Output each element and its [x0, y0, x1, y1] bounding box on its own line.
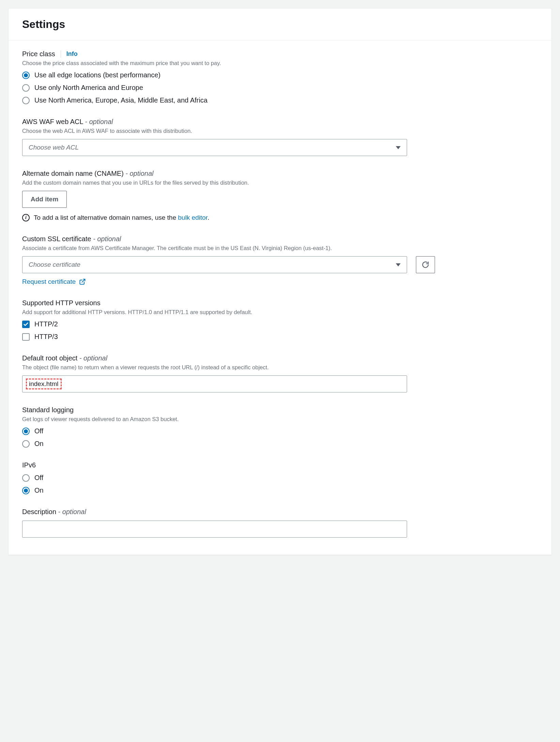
ipv6-section: IPv6 Off On — [22, 461, 538, 494]
ipv6-on-radio[interactable] — [22, 487, 30, 494]
description-label: Description — [22, 508, 56, 515]
caret-down-icon — [396, 146, 401, 149]
refresh-certificates-button[interactable] — [416, 256, 435, 273]
http-hint: Add support for additional HTTP versions… — [22, 309, 538, 315]
bulk-editor-link[interactable]: bulk editor — [178, 214, 208, 221]
root-object-input[interactable]: index.html — [22, 375, 407, 392]
logging-off-radio[interactable] — [22, 428, 30, 435]
root-object-hint: The object (file name) to return when a … — [22, 364, 538, 371]
ssl-section: Custom SSL certificate - optional Associ… — [22, 235, 538, 285]
cname-hint: Add the custom domain names that you use… — [22, 180, 538, 186]
info-icon: i — [22, 214, 30, 221]
price-class-radio-na-eu[interactable] — [22, 84, 30, 92]
root-object-optional: - optional — [79, 354, 107, 362]
root-object-section: Default root object - optional The objec… — [22, 354, 538, 392]
ssl-label: Custom SSL certificate — [22, 235, 91, 243]
ipv6-on-label: On — [34, 486, 44, 494]
waf-section: AWS WAF web ACL - optional Choose the we… — [22, 118, 538, 156]
waf-select-placeholder: Choose web ACL — [29, 144, 79, 151]
page-title: Settings — [22, 18, 538, 31]
http2-label: HTTP/2 — [34, 320, 58, 328]
logging-on-label: On — [34, 440, 44, 448]
price-class-option-all: Use all edge locations (best performance… — [34, 71, 160, 79]
http-versions-section: Supported HTTP versions Add support for … — [22, 299, 538, 341]
price-class-option-na-eu-asia: Use North America, Europe, Asia, Middle … — [34, 96, 207, 104]
price-class-hint: Choose the price class associated with t… — [22, 60, 538, 66]
caret-down-icon — [396, 263, 401, 266]
cname-section: Alternate domain name (CNAME) - optional… — [22, 170, 538, 221]
highlight-annotation: index.html — [26, 378, 62, 389]
price-class-label: Price class — [22, 50, 55, 58]
ipv6-label: IPv6 — [22, 461, 538, 469]
logging-on-radio[interactable] — [22, 440, 30, 448]
waf-hint: Choose the web ACL in AWS WAF to associa… — [22, 128, 538, 134]
check-icon — [23, 322, 29, 327]
logging-hint: Get logs of viewer requests delivered to… — [22, 416, 538, 422]
description-input[interactable] — [22, 521, 407, 538]
price-class-section: Price class Info Choose the price class … — [22, 50, 538, 104]
ipv6-off-radio[interactable] — [22, 474, 30, 482]
logging-label: Standard logging — [22, 406, 538, 414]
http-label: Supported HTTP versions — [22, 299, 538, 307]
price-class-option-na-eu: Use only North America and Europe — [34, 84, 143, 92]
price-class-radio-na-eu-asia[interactable] — [22, 97, 30, 104]
ssl-hint: Associate a certificate from AWS Certifi… — [22, 245, 538, 251]
ssl-select[interactable]: Choose certificate — [22, 256, 407, 273]
waf-label: AWS WAF web ACL — [22, 118, 83, 125]
waf-optional: - optional — [85, 118, 113, 125]
http3-label: HTTP/3 — [34, 333, 58, 341]
description-optional: - optional — [58, 508, 86, 515]
ipv6-off-label: Off — [34, 474, 43, 482]
ssl-optional: - optional — [93, 235, 121, 243]
http3-checkbox[interactable] — [22, 333, 30, 341]
cname-label: Alternate domain name (CNAME) — [22, 170, 124, 177]
refresh-icon — [422, 261, 429, 268]
http2-checkbox[interactable] — [22, 321, 30, 328]
ssl-select-placeholder: Choose certificate — [29, 261, 80, 268]
request-certificate-link[interactable]: Request certificate — [22, 278, 76, 285]
root-object-label: Default root object — [22, 354, 77, 362]
svg-line-0 — [82, 279, 85, 282]
root-object-value: index.html — [29, 380, 59, 387]
panel-header: Settings — [9, 9, 551, 41]
waf-select[interactable]: Choose web ACL — [22, 139, 407, 156]
info-link[interactable]: Info — [61, 50, 78, 58]
description-section: Description - optional — [22, 508, 538, 538]
add-item-button[interactable]: Add item — [22, 191, 67, 208]
logging-off-label: Off — [34, 427, 43, 435]
cname-info-suffix: . — [207, 214, 209, 221]
settings-panel: Settings Price class Info Choose the pri… — [8, 8, 552, 555]
logging-section: Standard logging Get logs of viewer requ… — [22, 406, 538, 448]
cname-optional: - optional — [125, 170, 153, 177]
external-link-icon — [79, 278, 86, 285]
price-class-radio-all[interactable] — [22, 72, 30, 79]
cname-info-prefix: To add a list of alternative domain name… — [34, 214, 178, 221]
